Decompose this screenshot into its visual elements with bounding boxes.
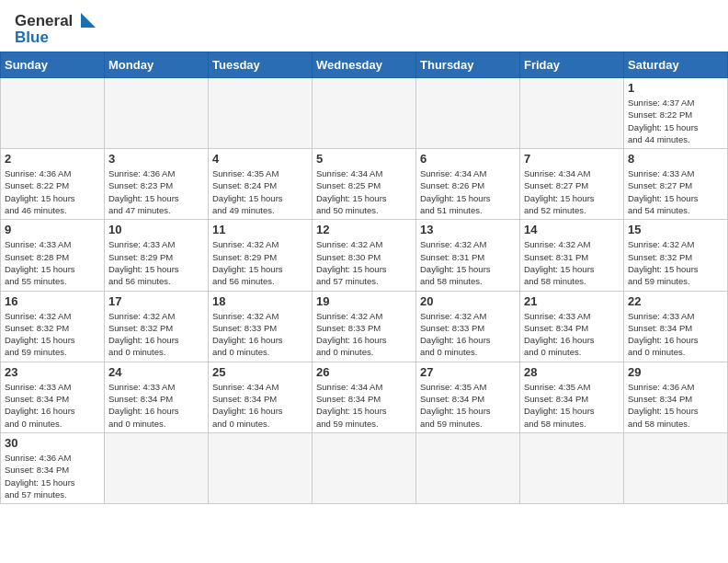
- logo-svg: GeneralBlue: [15, 9, 97, 46]
- day-number: 11: [212, 223, 308, 236]
- day-info: Sunrise: 4:34 AM Sunset: 8:25 PM Dayligh…: [316, 167, 412, 216]
- day-number: 23: [5, 365, 100, 379]
- calendar-day-cell: 26Sunrise: 4:34 AM Sunset: 8:34 PM Dayli…: [313, 362, 416, 432]
- calendar-day-cell: [105, 78, 209, 149]
- day-info: Sunrise: 4:33 AM Sunset: 8:34 PM Dayligh…: [524, 310, 620, 359]
- day-info: Sunrise: 4:32 AM Sunset: 8:32 PM Dayligh…: [628, 238, 723, 287]
- calendar-day-cell: 16Sunrise: 4:32 AM Sunset: 8:32 PM Dayli…: [1, 291, 105, 362]
- calendar-day-cell: 5Sunrise: 4:34 AM Sunset: 8:25 PM Daylig…: [313, 149, 416, 220]
- calendar-week-row: 1Sunrise: 4:37 AM Sunset: 8:22 PM Daylig…: [1, 78, 728, 149]
- day-info: Sunrise: 4:33 AM Sunset: 8:28 PM Dayligh…: [5, 238, 100, 287]
- day-number: 10: [108, 223, 204, 236]
- day-info: Sunrise: 4:32 AM Sunset: 8:29 PM Dayligh…: [212, 238, 308, 287]
- calendar-day-cell: [520, 78, 624, 149]
- calendar-day-cell: 11Sunrise: 4:32 AM Sunset: 8:29 PM Dayli…: [209, 220, 313, 291]
- day-info: Sunrise: 4:32 AM Sunset: 8:30 PM Dayligh…: [316, 238, 412, 287]
- calendar-day-header: Thursday: [416, 52, 520, 78]
- day-number: 18: [212, 294, 308, 308]
- day-number: 9: [5, 223, 100, 236]
- day-number: 29: [628, 365, 723, 379]
- day-number: 21: [524, 294, 620, 308]
- day-info: Sunrise: 4:33 AM Sunset: 8:34 PM Dayligh…: [108, 381, 204, 430]
- day-info: Sunrise: 4:37 AM Sunset: 8:22 PM Dayligh…: [628, 97, 723, 145]
- calendar-day-cell: 30Sunrise: 4:36 AM Sunset: 8:34 PM Dayli…: [1, 432, 105, 503]
- day-info: Sunrise: 4:32 AM Sunset: 8:32 PM Dayligh…: [108, 310, 204, 359]
- day-number: 22: [628, 294, 723, 308]
- calendar-day-cell: 20Sunrise: 4:32 AM Sunset: 8:33 PM Dayli…: [416, 291, 520, 362]
- calendar-day-cell: 19Sunrise: 4:32 AM Sunset: 8:33 PM Dayli…: [313, 291, 416, 362]
- calendar-day-cell: 27Sunrise: 4:35 AM Sunset: 8:34 PM Dayli…: [416, 362, 520, 432]
- day-info: Sunrise: 4:34 AM Sunset: 8:27 PM Dayligh…: [524, 167, 620, 216]
- day-info: Sunrise: 4:36 AM Sunset: 8:23 PM Dayligh…: [108, 167, 204, 216]
- calendar-table: SundayMondayTuesdayWednesdayThursdayFrid…: [0, 52, 728, 504]
- day-number: 12: [316, 223, 412, 236]
- day-info: Sunrise: 4:32 AM Sunset: 8:33 PM Dayligh…: [420, 310, 516, 359]
- day-number: 25: [212, 365, 308, 379]
- day-number: 7: [524, 152, 620, 166]
- day-number: 4: [212, 152, 308, 166]
- calendar-day-cell: 9Sunrise: 4:33 AM Sunset: 8:28 PM Daylig…: [1, 220, 105, 291]
- calendar-day-cell: [520, 432, 624, 503]
- day-info: Sunrise: 4:33 AM Sunset: 8:34 PM Dayligh…: [5, 381, 100, 430]
- calendar-day-cell: 10Sunrise: 4:33 AM Sunset: 8:29 PM Dayli…: [105, 220, 209, 291]
- svg-text:General: General: [15, 12, 73, 29]
- calendar-week-row: 30Sunrise: 4:36 AM Sunset: 8:34 PM Dayli…: [1, 432, 728, 503]
- calendar-day-cell: 24Sunrise: 4:33 AM Sunset: 8:34 PM Dayli…: [105, 362, 209, 432]
- calendar-week-row: 16Sunrise: 4:32 AM Sunset: 8:32 PM Dayli…: [1, 291, 728, 362]
- calendar-day-header: Monday: [105, 52, 209, 78]
- day-number: 19: [316, 294, 412, 308]
- calendar-day-cell: 8Sunrise: 4:33 AM Sunset: 8:27 PM Daylig…: [624, 149, 728, 220]
- calendar-day-cell: [105, 432, 209, 503]
- day-number: 20: [420, 294, 516, 308]
- calendar-day-cell: 18Sunrise: 4:32 AM Sunset: 8:33 PM Dayli…: [209, 291, 313, 362]
- calendar-day-cell: [416, 78, 520, 149]
- calendar-header-row: SundayMondayTuesdayWednesdayThursdayFrid…: [1, 52, 728, 78]
- day-number: 30: [5, 436, 100, 450]
- day-number: 16: [5, 294, 100, 308]
- day-info: Sunrise: 4:32 AM Sunset: 8:32 PM Dayligh…: [5, 310, 100, 359]
- svg-marker-2: [81, 13, 96, 28]
- calendar-day-cell: 6Sunrise: 4:34 AM Sunset: 8:26 PM Daylig…: [416, 149, 520, 220]
- calendar-day-cell: [624, 432, 728, 503]
- logo: GeneralBlue: [15, 9, 97, 46]
- calendar-day-header: Sunday: [1, 52, 105, 78]
- calendar-day-cell: 28Sunrise: 4:35 AM Sunset: 8:34 PM Dayli…: [520, 362, 624, 432]
- day-info: Sunrise: 4:33 AM Sunset: 8:27 PM Dayligh…: [628, 167, 723, 216]
- day-number: 5: [316, 152, 412, 166]
- day-info: Sunrise: 4:34 AM Sunset: 8:34 PM Dayligh…: [316, 381, 412, 430]
- calendar-day-cell: 15Sunrise: 4:32 AM Sunset: 8:32 PM Dayli…: [624, 220, 728, 291]
- calendar-day-cell: 22Sunrise: 4:33 AM Sunset: 8:34 PM Dayli…: [624, 291, 728, 362]
- day-info: Sunrise: 4:34 AM Sunset: 8:34 PM Dayligh…: [212, 381, 308, 430]
- calendar-day-cell: 7Sunrise: 4:34 AM Sunset: 8:27 PM Daylig…: [520, 149, 624, 220]
- calendar-day-header: Tuesday: [209, 52, 313, 78]
- calendar-day-cell: [1, 78, 105, 149]
- calendar-day-cell: 23Sunrise: 4:33 AM Sunset: 8:34 PM Dayli…: [1, 362, 105, 432]
- calendar-day-cell: 3Sunrise: 4:36 AM Sunset: 8:23 PM Daylig…: [105, 149, 209, 220]
- calendar-day-cell: 29Sunrise: 4:36 AM Sunset: 8:34 PM Dayli…: [624, 362, 728, 432]
- calendar-day-header: Friday: [520, 52, 624, 78]
- calendar-day-cell: 4Sunrise: 4:35 AM Sunset: 8:24 PM Daylig…: [209, 149, 313, 220]
- calendar-week-row: 2Sunrise: 4:36 AM Sunset: 8:22 PM Daylig…: [1, 149, 728, 220]
- day-number: 26: [316, 365, 412, 379]
- calendar-day-header: Wednesday: [313, 52, 416, 78]
- day-number: 14: [524, 223, 620, 236]
- day-info: Sunrise: 4:32 AM Sunset: 8:31 PM Dayligh…: [420, 238, 516, 287]
- header: GeneralBlue: [0, 0, 728, 52]
- calendar-day-cell: 1Sunrise: 4:37 AM Sunset: 8:22 PM Daylig…: [624, 78, 728, 149]
- day-info: Sunrise: 4:33 AM Sunset: 8:29 PM Dayligh…: [108, 238, 204, 287]
- calendar-day-cell: [209, 432, 313, 503]
- day-number: 28: [524, 365, 620, 379]
- calendar-day-cell: [313, 432, 416, 503]
- calendar-day-cell: 21Sunrise: 4:33 AM Sunset: 8:34 PM Dayli…: [520, 291, 624, 362]
- day-info: Sunrise: 4:34 AM Sunset: 8:26 PM Dayligh…: [420, 167, 516, 216]
- calendar-day-cell: 17Sunrise: 4:32 AM Sunset: 8:32 PM Dayli…: [105, 291, 209, 362]
- day-number: 15: [628, 223, 723, 236]
- day-number: 17: [108, 294, 204, 308]
- day-info: Sunrise: 4:35 AM Sunset: 8:24 PM Dayligh…: [212, 167, 308, 216]
- calendar-day-cell: 2Sunrise: 4:36 AM Sunset: 8:22 PM Daylig…: [1, 149, 105, 220]
- day-info: Sunrise: 4:33 AM Sunset: 8:34 PM Dayligh…: [628, 310, 723, 359]
- day-number: 13: [420, 223, 516, 236]
- day-number: 2: [5, 152, 100, 166]
- calendar-day-cell: 14Sunrise: 4:32 AM Sunset: 8:31 PM Dayli…: [520, 220, 624, 291]
- day-info: Sunrise: 4:32 AM Sunset: 8:31 PM Dayligh…: [524, 238, 620, 287]
